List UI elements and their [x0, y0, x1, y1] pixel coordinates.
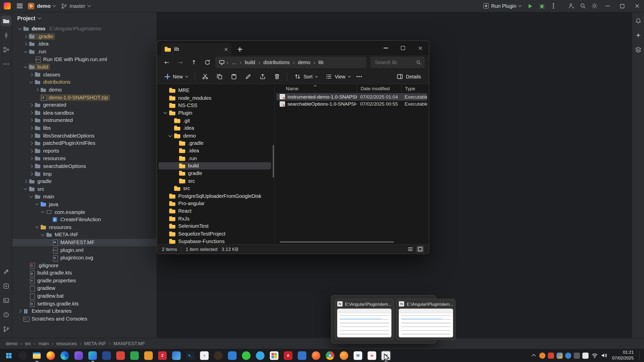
tree-chevron-icon[interactable] — [17, 316, 23, 322]
address-crumb[interactable]: build — [238, 60, 257, 65]
breadcrumb-segment[interactable]: resources — [49, 341, 77, 346]
tree-chevron-icon[interactable] — [46, 255, 51, 260]
tree-chevron-icon[interactable] — [173, 149, 177, 153]
taskbar-app-paw[interactable] — [213, 350, 223, 360]
version-control-tool-button[interactable] — [1, 324, 11, 334]
file-explorer[interactable] — [32, 350, 42, 360]
taskbar-app-dark[interactable] — [18, 350, 28, 360]
taskbar-app-purple[interactable] — [73, 350, 84, 360]
view-button[interactable]: View — [322, 71, 354, 82]
taskbar-app-blue[interactable] — [297, 350, 307, 360]
project-tree-item[interactable]: .idea — [12, 40, 156, 48]
tree-chevron-icon[interactable] — [23, 270, 28, 276]
project-widget[interactable]: D demo — [25, 1, 59, 11]
tree-chevron-icon[interactable] — [164, 103, 168, 107]
address-crumb[interactable]: distributions — [257, 60, 291, 65]
tree-chevron-icon[interactable] — [17, 26, 23, 31]
large-icons-view-button[interactable] — [417, 246, 424, 252]
column-date-modified[interactable]: Date modified — [357, 84, 401, 93]
tree-chevron-icon[interactable] — [164, 111, 168, 115]
tree-chevron-icon[interactable] — [168, 187, 172, 191]
nav-tree-item[interactable]: .idea — [158, 147, 271, 155]
search-everywhere-button[interactable] — [578, 1, 588, 11]
tree-chevron-icon[interactable] — [173, 179, 177, 183]
project-tree-item[interactable]: java — [12, 201, 156, 208]
project-tree-item[interactable]: libs — [12, 124, 156, 132]
terminal-tool-button[interactable] — [1, 295, 11, 306]
tree-chevron-icon[interactable] — [29, 164, 34, 169]
problems-tool-button[interactable] — [1, 309, 11, 320]
vscode[interactable] — [227, 350, 237, 360]
adobe-acrobat[interactable]: A — [283, 350, 293, 360]
more-options-button[interactable] — [355, 71, 363, 82]
column-name[interactable]: Name — [275, 84, 357, 93]
project-tree-item[interactable]: Run IDE with Plugin.run.xml — [12, 56, 156, 63]
forward-button[interactable]: → — [175, 57, 186, 68]
chrome[interactable] — [325, 350, 335, 360]
notifications-button[interactable] — [633, 16, 643, 26]
tree-chevron-icon[interactable] — [46, 240, 51, 245]
tree-chevron-icon[interactable] — [23, 293, 28, 299]
more-tool-windows-button[interactable] — [1, 59, 11, 69]
tree-chevron-icon[interactable] — [34, 202, 40, 207]
project-tree-item[interactable]: generated — [12, 101, 156, 109]
project-tree-item[interactable]: build — [12, 63, 156, 71]
taskbar-app-navy[interactable] — [101, 350, 112, 360]
nav-tree-item[interactable]: demo — [158, 132, 271, 140]
address-crumb[interactable]: … — [225, 60, 238, 65]
tree-chevron-icon[interactable] — [23, 179, 28, 184]
tree-chevron-icon[interactable] — [29, 110, 34, 115]
project-tree-item[interactable]: .gradle — [12, 33, 156, 40]
horizontal-scrollbar[interactable] — [280, 241, 394, 243]
copy-button[interactable] — [213, 71, 226, 82]
run-button[interactable] — [525, 1, 536, 11]
tree-chevron-icon[interactable] — [173, 171, 177, 175]
sort-button[interactable]: Sort — [291, 71, 321, 82]
brave[interactable] — [311, 350, 321, 360]
project-tree-item[interactable]: build.gradle.kts — [12, 269, 156, 277]
tree-chevron-icon[interactable] — [164, 96, 168, 100]
nav-tree-item[interactable]: RxJs — [158, 215, 271, 222]
tree-chevron-icon[interactable] — [29, 194, 34, 199]
intellij-idea[interactable] — [88, 350, 98, 360]
project-tree-item[interactable]: demo E:\Angular\Plugin\demo — [12, 25, 156, 33]
breadcrumb-segment[interactable]: META-INF — [77, 341, 106, 346]
nav-tree-item[interactable]: NS-CSS — [158, 102, 271, 109]
seven-zip[interactable]: 7z — [381, 350, 391, 360]
project-tree-item[interactable]: demo-1.0-SNAPSHOT.zip — [12, 94, 156, 101]
project-tree-item[interactable]: main — [12, 193, 156, 200]
nav-tree-item[interactable]: Plugin — [158, 109, 271, 117]
tab-close-icon[interactable] — [224, 48, 228, 51]
tree-chevron-icon[interactable] — [173, 164, 177, 168]
tree-chevron-icon[interactable] — [164, 88, 168, 92]
explorer-maximize-button[interactable] — [394, 41, 412, 56]
project-tree-item[interactable]: pluginIcon.svg — [12, 254, 156, 261]
volume-icon[interactable] — [601, 352, 608, 358]
build-tool-button[interactable] — [1, 266, 11, 277]
nav-tree-item[interactable]: .idea — [158, 124, 271, 132]
project-tree-item[interactable]: gradle.properties — [12, 277, 156, 284]
firefox[interactable] — [46, 350, 56, 360]
tree-chevron-icon[interactable] — [23, 64, 28, 70]
services-tool-button[interactable] — [1, 281, 11, 291]
whatsapp[interactable] — [241, 350, 251, 360]
gradle-button[interactable] — [633, 44, 643, 55]
nav-tree-item[interactable]: SequelizeTestProject — [158, 230, 271, 238]
project-tree-item[interactable]: searchableOptions — [12, 162, 156, 170]
microsoft-office[interactable] — [269, 350, 279, 360]
project-tree-item[interactable]: settings.gradle.kts — [12, 300, 156, 307]
tray-app-5[interactable] — [574, 352, 580, 358]
tree-chevron-icon[interactable] — [23, 286, 28, 291]
tree-chevron-icon[interactable] — [17, 308, 23, 314]
tree-chevron-icon[interactable] — [164, 209, 168, 213]
project-tree-item[interactable]: Scratches and Consoles — [12, 315, 156, 323]
nav-tree-item[interactable]: .run — [158, 155, 271, 162]
tree-chevron-icon[interactable] — [34, 87, 40, 93]
word-viewer[interactable]: W — [353, 350, 363, 360]
breadcrumb-segment[interactable]: src — [18, 341, 31, 346]
start-button[interactable] — [4, 350, 14, 360]
run-configuration-widget[interactable]: Run Plugin — [480, 1, 524, 11]
window-thumbnail[interactable] — [337, 309, 391, 337]
tree-chevron-icon[interactable] — [29, 171, 34, 176]
column-type[interactable]: Type — [401, 84, 429, 93]
